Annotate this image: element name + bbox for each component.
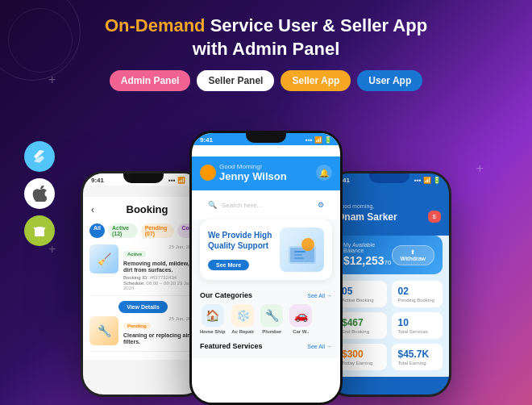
svg-rect-11 (294, 257, 304, 259)
seller-header: Good morning, Onam Sarker $ (329, 197, 449, 229)
filter-icon[interactable]: ⚙ (318, 201, 324, 209)
center-phone-notch (246, 133, 286, 143)
tab-admin[interactable]: Admin Panel (110, 70, 191, 91)
svg-rect-9 (294, 251, 305, 253)
booking-tab-all[interactable]: All (89, 223, 105, 238)
home-ship-label: Home Ship (200, 329, 225, 334)
status-badge-active: Active (123, 251, 146, 257)
promo-title: We Provide High Quality Support (208, 230, 280, 251)
center-header: Good Morning! Jenny Wilson 🔔 (192, 157, 340, 190)
category-plumber[interactable]: 🔧 Plumber (260, 304, 283, 334)
ac-repair-icon: ❄️ (231, 304, 254, 327)
booking-info-2: Pending 25 Jun, 2023 Cleaning or replaci… (123, 316, 197, 346)
plumber-icon: 🔧 (260, 304, 283, 327)
phones-container: 9:41 ▪▪▪ 📶 🔋 ‹ Booking All Active (12) P… (0, 123, 532, 405)
balance-info: My Available Balance $12,25370 (343, 242, 392, 268)
bell-icon[interactable]: 🔔 (316, 165, 332, 181)
stat-total-earning-number: $45.7K (398, 349, 437, 360)
stat-today-earning: $300 Today Earning (335, 344, 387, 370)
categories-grid: 🏠 Home Ship ❄️ Ac Repair 🔧 Plumber � (200, 304, 332, 334)
center-status-icons: ▪▪▪ 📶 🔋 (305, 136, 332, 144)
back-arrow-icon[interactable]: ‹ (91, 204, 94, 215)
stat-today-earning-number: $300 (342, 349, 380, 360)
category-car-wash[interactable]: 🚗 Car W.. (289, 304, 312, 334)
home-ship-icon: 🏠 (202, 304, 224, 327)
user-avatar (200, 165, 216, 181)
booking-schedule: Schedule: 08:00 – 09:20 23 Jan, 2024 (123, 281, 197, 290)
see-more-button[interactable]: See More (208, 260, 249, 270)
stat-active-label: Active Booking (342, 298, 380, 303)
categories-header: Our Categories See All → (200, 291, 332, 299)
right-phone-notch (369, 173, 409, 183)
right-phone-screen: 9:41 ▪▪▪ 📶 🔋 Good morning, Onam Sarker $… (329, 173, 449, 395)
left-phone-notch (123, 173, 164, 183)
booking-id: Booking ID: #837732434 (123, 275, 197, 280)
booking-image-2: 🔧 (89, 316, 118, 345)
seller-action-icon[interactable]: $ (428, 211, 441, 223)
booking-description: Removing mold, mildew, & dirt from surfa… (123, 261, 197, 274)
android-icon (24, 215, 55, 246)
car-wash-icon: 🚗 (289, 304, 312, 327)
main-title: On-Demand Service User & Seller App with… (16, 15, 516, 61)
stat-total-services-label: Total Services (398, 329, 437, 334)
categories-title: Our Categories (200, 291, 252, 299)
balance-card: My Available Balance $12,25370 ⬆ Withdra… (335, 236, 443, 274)
center-phone-screen: 9:41 ▪▪▪ 📶 🔋 Good Morning! Jenny Wilson … (192, 133, 340, 403)
tab-seller-panel[interactable]: Seller Panel (197, 70, 274, 91)
apple-icon (24, 178, 55, 209)
center-content: We Provide High Quality Support See More (192, 219, 340, 358)
booking-image: 🧹 (89, 244, 118, 273)
search-placeholder-text: Search here... (222, 202, 313, 209)
stats-grid: 05 Active Booking 02 Pending Booking $46… (329, 274, 449, 370)
page-header: On-Demand Service User & Seller App with… (0, 0, 532, 107)
balance-amount-display: $12,25370 (343, 253, 392, 268)
tab-row: Admin Panel Seller Panel Seller App User… (16, 70, 516, 91)
featured-title: Featured Services (200, 342, 263, 350)
phone-center: 9:41 ▪▪▪ 📶 🔋 Good Morning! Jenny Wilson … (189, 131, 343, 405)
stat-active-number: 05 (342, 286, 380, 297)
tab-seller-app[interactable]: Seller App (281, 70, 351, 91)
balance-label: My Available Balance (343, 242, 392, 253)
center-status-time: 9:41 (200, 136, 213, 144)
booking-item-2: 🔧 Pending 25 Jun, 2023 Cleaning or repla… (89, 316, 197, 352)
stat-pending-label: Pending Booking (398, 298, 437, 303)
booking-list: 🧹 Active 25 Jun, 2023 Removing mold, mil… (83, 241, 203, 360)
center-greeting: Good Morning! (219, 163, 287, 170)
featured-see-all[interactable]: See All → (307, 344, 332, 349)
promo-card: We Provide High Quality Support See More (200, 219, 332, 280)
withdraw-button[interactable]: ⬆ Withdraw (392, 245, 434, 265)
stat-active-booking: 05 Active Booking (335, 281, 387, 307)
user-row: Good Morning! Jenny Wilson 🔔 (200, 163, 332, 182)
stat-total-services-number: 10 (398, 317, 437, 328)
view-details-button[interactable]: View Details (118, 301, 168, 313)
promo-illustration (280, 228, 324, 272)
booking-info: Active 25 Jun, 2023 Removing mold, milde… (123, 244, 197, 290)
title-highlight: On-Demand (105, 15, 206, 35)
booking-header: ‹ Booking (83, 197, 203, 220)
balance-cents: 70 (384, 259, 392, 266)
stat-end-booking: $467 End Booking (335, 312, 387, 339)
seller-name: Onam Sarker (337, 211, 397, 223)
seller-greeting: Good morning, (337, 203, 441, 209)
ac-repair-label: Ac Repair (231, 329, 254, 334)
booking-tab-active[interactable]: Active (12) (108, 223, 138, 238)
phone-left: 9:41 ▪▪▪ 📶 🔋 ‹ Booking All Active (12) P… (81, 171, 206, 397)
category-ac-repair[interactable]: ❄️ Ac Repair (231, 304, 254, 334)
car-wash-label: Car W.. (293, 329, 309, 334)
tab-user-app[interactable]: User App (357, 70, 422, 91)
search-icon: 🔍 (208, 201, 217, 209)
categories-see-all[interactable]: See All → (307, 293, 332, 299)
category-home-ship[interactable]: 🏠 Home Ship (200, 304, 225, 334)
booking-tab-pending[interactable]: Pending (07) (141, 223, 175, 238)
stat-today-earning-label: Today Earning (342, 361, 380, 365)
platform-icons (24, 141, 55, 246)
categories-section: Our Categories See All → 🏠 Home Ship ❄️ … (192, 286, 340, 339)
status-time: 9:41 (91, 177, 104, 184)
right-status-icons: ▪▪▪ 📶 🔋 (414, 177, 441, 184)
plumber-label: Plumber (262, 329, 281, 334)
search-bar[interactable]: 🔍 Search here... ⚙ (200, 197, 332, 213)
stat-pending-booking: 02 Pending Booking (392, 281, 443, 307)
stat-end-number: $467 (342, 317, 380, 328)
booking-tabs: All Active (12) Pending (07) Con (83, 220, 203, 241)
stat-total-services: 10 Total Services (392, 312, 443, 339)
